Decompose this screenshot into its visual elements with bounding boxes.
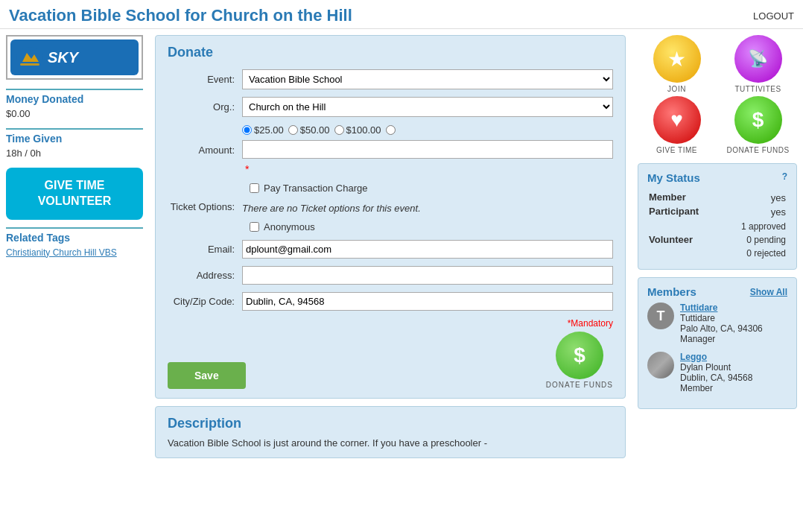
give-time-line1: GIVE TIME [12, 178, 137, 194]
amount-custom-input[interactable] [242, 140, 613, 159]
action-icons-grid: ★ JOIN 📡 TUTTIVITES ♥ GIVE TIME $ [638, 35, 797, 154]
join-item[interactable]: ★ JOIN [638, 35, 716, 93]
money-donated-label: Money Donated [6, 93, 143, 105]
tuttidare-info: Tuttidare Tuttidare Palo Alto, CA, 94306… [680, 303, 763, 344]
email-row: Email: dplount@gmail.com [168, 240, 613, 259]
address-input[interactable] [242, 266, 613, 285]
anonymous-label: Anonymous [264, 221, 315, 232]
volunteer-row: Volunteer 1 approved 0 pending 0 rejecte… [649, 220, 786, 260]
page-title: Vacation Bible School for Church on the … [9, 6, 352, 25]
tuttivites-icon: 📡 [734, 35, 782, 83]
email-control: dplount@gmail.com [242, 240, 613, 259]
sky-logo-svg [16, 47, 43, 68]
org-select[interactable]: Church on the Hill [242, 97, 613, 117]
logo-box: SKY [6, 35, 143, 80]
related-tags-section: Related Tags Christianity Church Hill VB… [6, 227, 143, 258]
email-input[interactable]: dplount@gmail.com [242, 240, 613, 259]
cityzip-label: City/Zip Code: [168, 296, 242, 307]
donate-panel: Donate Event: Vacation Bible School Org.… [155, 35, 626, 399]
logout-link[interactable]: LOGOUT [753, 10, 794, 22]
give-time-label: GIVE TIME [638, 146, 716, 154]
donate-funds-circle: $ [556, 332, 603, 379]
leggo-location: Dublin, CA, 94568 [680, 373, 752, 383]
give-time-circle-icon: ♥ [653, 96, 701, 144]
event-label: Event: [168, 74, 242, 85]
time-given-value: 18h / 0h [6, 148, 143, 159]
description-heading: Description [168, 416, 613, 431]
time-given-section: Time Given 18h / 0h [6, 128, 143, 159]
donate-funds-icon-area[interactable]: $ DONATE FUNDS [546, 332, 613, 389]
tuttivites-item[interactable]: 📡 TUTTIVITES [719, 35, 797, 93]
cityzip-input[interactable]: Dublin, CA, 94568 [242, 292, 613, 311]
email-label: Email: [168, 244, 242, 255]
ticket-text: There are no Ticket options for this eve… [242, 201, 421, 214]
member-label: Member [649, 191, 720, 204]
logo-text-block: SKY [48, 49, 78, 66]
join-icon: ★ [653, 35, 701, 83]
header: Vacation Bible School for Church on the … [0, 0, 803, 29]
tag-link[interactable]: Christianity Church Hill VBS [6, 247, 117, 258]
anonymous-checkbox[interactable] [250, 222, 259, 232]
leggo-name[interactable]: Leggo [680, 352, 752, 362]
tuttidare-name[interactable]: Tuttidare [680, 303, 763, 313]
org-row: Org.: Church on the Hill [168, 97, 613, 117]
donate-funds-item[interactable]: $ DONATE FUNDS [719, 96, 797, 154]
description-panel: Description Vacation Bible School is jus… [155, 406, 626, 458]
donate-funds-circle-icon: $ [734, 96, 782, 144]
leggo-role: Member [680, 383, 752, 393]
right-sidebar: ★ JOIN 📡 TUTTIVITES ♥ GIVE TIME $ [632, 29, 803, 464]
money-donated-value: $0.00 [6, 108, 143, 119]
save-button[interactable]: Save [168, 362, 246, 389]
event-row: Event: Vacation Bible School [168, 69, 613, 89]
amount-row: Amount: $25.00 $50.00 $100.00 * [168, 124, 613, 175]
cityzip-control: Dublin, CA, 94568 [242, 292, 613, 311]
my-status-heading: My Status ? [647, 171, 787, 184]
logo-icon [16, 47, 43, 68]
amount-50-label[interactable]: $50.00 [288, 124, 330, 136]
tuttidare-avatar: T [647, 303, 674, 329]
give-time-line2: VOLUNTEER [12, 194, 137, 209]
members-heading: Members Show All [647, 285, 787, 298]
mandatory-star: * [245, 163, 249, 175]
amount-50-text: $50.00 [300, 124, 330, 136]
leggo-display: Dylan Plount [680, 362, 752, 373]
ticket-label: Ticket Options: [168, 201, 242, 212]
address-row: Address: [168, 266, 613, 285]
give-time-volunteer-button[interactable]: GIVE TIME VOLUNTEER [6, 168, 143, 220]
amount-label: Amount: [168, 145, 242, 156]
donate-funds-icon-label: DONATE FUNDS [719, 146, 797, 154]
participant-value: yes [722, 206, 786, 218]
logo-inner: SKY [10, 39, 139, 75]
my-status-box: My Status ? Member yes Participant yes V… [638, 163, 797, 270]
give-time-item[interactable]: ♥ GIVE TIME [638, 96, 716, 154]
amount-50-radio[interactable] [288, 125, 298, 135]
status-table: Member yes Participant yes Volunteer 1 a… [647, 190, 787, 262]
address-label: Address: [168, 270, 242, 281]
status-help-button[interactable]: ? [782, 171, 787, 184]
org-control: Church on the Hill [242, 97, 613, 117]
anonymous-row: Anonymous [250, 221, 613, 232]
event-select[interactable]: Vacation Bible School [242, 69, 613, 89]
show-all-button[interactable]: Show All [750, 287, 787, 297]
leggo-avatar [647, 352, 674, 379]
volunteer-label: Volunteer [649, 220, 720, 260]
pay-transaction-row: Pay Transaction Charge [250, 183, 613, 194]
org-label: Org.: [168, 101, 242, 113]
amount-25-label[interactable]: $25.00 [242, 124, 284, 136]
amount-options: $25.00 $50.00 $100.00 * [242, 124, 613, 175]
mandatory-note: *Mandatory [546, 318, 613, 329]
member-leggo: Leggo Dylan Plount Dublin, CA, 94568 Mem… [647, 352, 787, 393]
amount-custom-radio[interactable] [386, 125, 396, 135]
tuttivites-label: TUTTIVITES [719, 85, 797, 93]
join-label: JOIN [638, 85, 716, 93]
member-row: Member yes [649, 191, 786, 204]
tuttidare-display: Tuttidare [680, 313, 763, 323]
amount-100-text: $100.00 [346, 124, 381, 136]
donate-heading: Donate [168, 45, 613, 60]
pay-transaction-checkbox[interactable] [250, 183, 259, 193]
amount-25-radio[interactable] [242, 125, 252, 135]
participant-row: Participant yes [649, 206, 786, 218]
amount-100-radio[interactable] [334, 125, 344, 135]
amount-100-label[interactable]: $100.00 [334, 124, 381, 136]
participant-label: Participant [649, 206, 720, 218]
